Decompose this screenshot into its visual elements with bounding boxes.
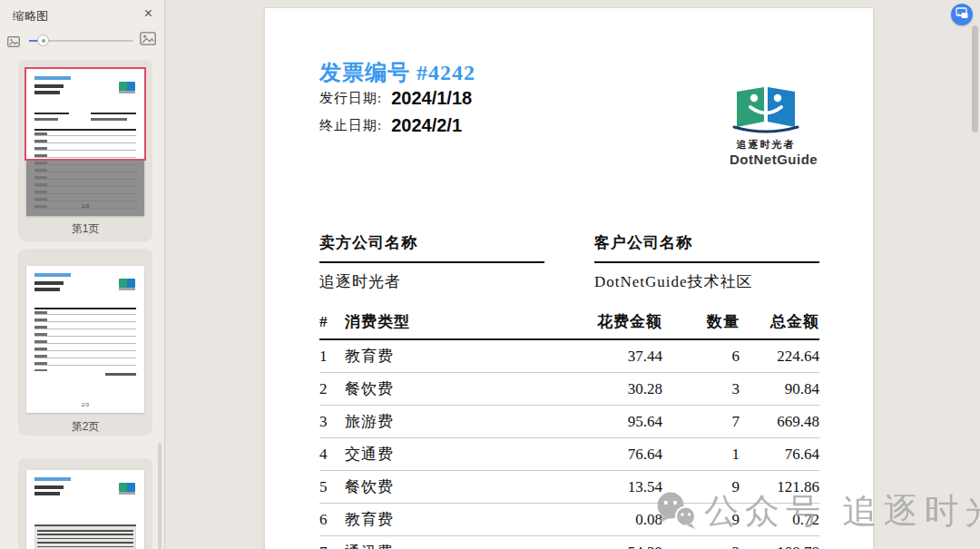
company-section: 卖方公司名称 追逐时光者 客户公司名称 DotNetGuide技术社区 (319, 232, 819, 292)
thumbnail-panel-header: 缩略图 × (0, 0, 164, 29)
thumbnail-page-3-preview (26, 470, 144, 549)
invoice-title: 发票编号 #4242 (319, 58, 475, 87)
document-page: 发票编号 #4242 发行日期: 2024/1/18 终止日期: 2024/2/… (265, 8, 873, 549)
page-footer-indicator: 2/3 (26, 402, 144, 407)
mini-paragraph (34, 524, 136, 549)
thumbnail-item-1[interactable]: 1/3 第1页 (18, 60, 152, 241)
seller-name: 追逐时光者 (319, 271, 544, 292)
table-row: 3 旅游费 95.64 7 669.48 (319, 406, 819, 438)
brand-name-en: DotNetGuide (730, 152, 802, 167)
end-date-row: 终止日期: 2024/2/1 (319, 115, 462, 136)
panel-title: 缩略图 (13, 8, 48, 25)
table-row: 7 通讯费 54.39 2 108.78 (319, 536, 819, 549)
seller-label: 卖方公司名称 (319, 232, 544, 263)
thumbnail-size-slider[interactable] (29, 30, 133, 52)
brand-name-cn: 追逐时光者 (730, 138, 802, 152)
brand-logo: 追逐时光者 DotNetGuide (730, 84, 802, 167)
thumbnail-zoom-in-icon[interactable] (140, 32, 156, 49)
table-header-row: # 消费类型 花费金额 数量 总金额 (319, 305, 819, 340)
close-icon[interactable]: × (144, 6, 152, 21)
customer-name: DotNetGuide技术社区 (594, 271, 819, 292)
hidden-region-overlay: 1/3 (26, 159, 144, 216)
issue-date-label: 发行日期: (319, 90, 382, 107)
thumbnail-zoom-out-icon[interactable] (7, 34, 20, 51)
thumbnail-zoom-row (0, 30, 164, 52)
slider-handle[interactable] (37, 34, 49, 46)
thumbnail-label: 第2页 (18, 419, 152, 435)
customer-section: 客户公司名称 DotNetGuide技术社区 (594, 232, 819, 292)
table-row: 6 教育费 0.08 9 0.72 (319, 504, 819, 536)
thumbnail-item-3[interactable] (18, 458, 152, 549)
thumbnail-label: 第1页 (18, 221, 152, 237)
table-row: 2 餐饮费 30.28 3 90.84 (319, 373, 819, 406)
end-date-value: 2024/2/1 (391, 115, 462, 136)
thumbnail-page-2-preview: 2/3 (26, 266, 144, 413)
thumbnail-panel: 缩略图 × (0, 0, 165, 549)
customer-label: 客户公司名称 (594, 232, 819, 263)
issue-date-row: 发行日期: 2024/1/18 (319, 88, 472, 109)
sidebar-scrollbar[interactable] (158, 443, 162, 549)
seller-section: 卖方公司名称 追逐时光者 (319, 232, 544, 292)
float-tool-button[interactable] (951, 4, 973, 25)
expense-table: # 消费类型 花费金额 数量 总金额 1 教育费 37.44 6 224.64 … (319, 305, 819, 549)
open-book-icon (732, 121, 799, 136)
issue-date-value: 2024/1/18 (391, 88, 472, 109)
pdf-reader-window: 缩略图 × (0, 0, 980, 549)
thumbnail-page-1-preview: 1/3 (26, 69, 144, 216)
table-row: 5 餐饮费 13.54 9 121.86 (319, 471, 819, 504)
end-date-label: 终止日期: (319, 117, 382, 134)
mini-logo (119, 483, 135, 492)
page-footer-indicator: 1/3 (26, 203, 144, 209)
main-scrollbar[interactable] (972, 25, 978, 132)
picture-in-picture-icon (956, 6, 968, 23)
mini-logo (119, 279, 135, 288)
document-viewer: 发票编号 #4242 发行日期: 2024/1/18 终止日期: 2024/2/… (165, 0, 980, 549)
viewport-indicator (24, 67, 146, 161)
mini-table (34, 308, 136, 369)
thumbnail-item-2[interactable]: 2/3 第2页 (18, 249, 152, 436)
table-row: 4 交通费 76.64 1 76.64 (319, 438, 819, 471)
table-row: 1 教育费 37.44 6 224.64 (319, 340, 819, 373)
